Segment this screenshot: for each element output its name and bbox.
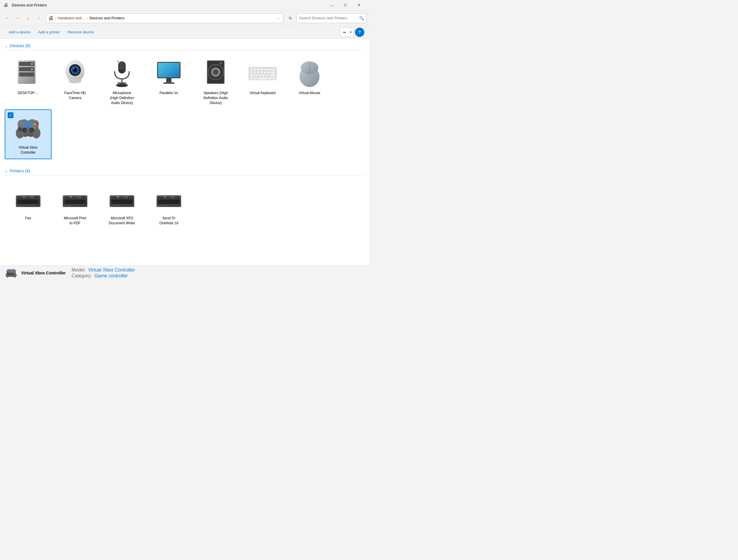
svg-rect-59 (250, 77, 253, 79)
svg-rect-55 (259, 74, 261, 76)
device-label-server: DESKTOP-... (18, 90, 38, 95)
svg-point-122 (12, 272, 13, 273)
svg-rect-40 (254, 69, 256, 71)
svg-rect-39 (250, 69, 253, 71)
device-icon-keyboard (248, 59, 277, 88)
svg-rect-41 (257, 69, 260, 71)
device-item-server[interactable]: DESKTOP-... (5, 55, 52, 109)
device-icon-printer2 (60, 184, 90, 214)
minimize-button[interactable]: — (325, 0, 339, 11)
device-item-pdf[interactable]: Microsoft Printto PDF (52, 180, 98, 230)
svg-point-121 (14, 272, 16, 273)
svg-point-5 (31, 63, 33, 65)
svg-point-74 (36, 125, 38, 127)
breadcrumb-icon: 🖨 (48, 15, 54, 21)
status-category-value: Game controller (94, 273, 128, 278)
svg-rect-110 (163, 197, 166, 198)
device-icon-server (13, 59, 43, 88)
svg-rect-61 (258, 77, 268, 79)
svg-rect-54 (255, 74, 258, 76)
status-device-icon (5, 267, 18, 279)
svg-rect-86 (23, 197, 25, 198)
breadcrumb-bar[interactable]: 🖨 « Hardware and ... › Devices and Print… (46, 13, 283, 23)
svg-point-35 (215, 71, 216, 73)
svg-rect-25 (158, 63, 180, 77)
svg-rect-63 (273, 77, 275, 79)
svg-rect-58 (269, 74, 275, 76)
device-item-monitor[interactable]: Parallels Vu (145, 55, 192, 109)
device-item-xps[interactable]: Microsoft XPSDocument Writer (98, 180, 145, 230)
window-controls: — ☐ ✕ (325, 0, 365, 11)
toolbar-right: ▪▪ ▾ ? (340, 28, 364, 37)
svg-rect-104 (126, 197, 127, 198)
toolbar: Add a device Add a printer Remove device… (0, 26, 369, 39)
printers-section-header: ⌄ Printers (4) (5, 166, 364, 175)
svg-rect-94 (70, 197, 72, 198)
view-size-control: ▪▪ ▾ (340, 28, 354, 37)
search-bar: 🔍 (296, 13, 367, 23)
printers-section-title: Printers (4) (10, 169, 30, 173)
device-item-fax[interactable]: Fax (5, 180, 52, 230)
svg-rect-27 (163, 82, 174, 84)
svg-rect-78 (31, 120, 37, 122)
device-icon-speakers (201, 59, 230, 88)
up-button[interactable]: ↑ (34, 13, 43, 23)
breadcrumb-parent[interactable]: Hardware and ... (58, 16, 86, 20)
svg-rect-52 (271, 71, 275, 74)
device-item-camera[interactable]: FaceTime HDCamera (52, 55, 98, 109)
add-device-button[interactable]: Add a device (5, 28, 34, 37)
svg-rect-119 (7, 273, 8, 274)
maximize-button[interactable]: ☐ (339, 0, 352, 11)
close-button[interactable]: ✕ (352, 0, 365, 11)
svg-rect-60 (254, 77, 257, 79)
svg-rect-56 (262, 74, 265, 76)
svg-point-36 (219, 62, 222, 65)
statusbar: Virtual Xbox Controller Model: Virtual X… (0, 265, 369, 280)
breadcrumb-separator: › (87, 16, 88, 20)
device-icon-printer1 (13, 184, 43, 214)
main-content: ⌄ Devices (8) (0, 39, 369, 265)
device-icon-printer4 (154, 184, 183, 214)
svg-rect-102 (117, 197, 119, 198)
svg-point-75 (31, 125, 33, 127)
svg-rect-62 (269, 77, 272, 79)
svg-point-127 (9, 273, 10, 274)
refresh-button[interactable]: ↻ (286, 13, 295, 23)
navbar: ← → ⌄ ↑ 🖨 « Hardware and ... › Devices a… (0, 11, 369, 26)
devices-grid: DESKTOP-... (5, 52, 364, 162)
help-button[interactable]: ? (355, 28, 364, 37)
remove-device-button[interactable]: Remove device (64, 28, 98, 37)
device-label-mouse: Virtual Mouse (299, 90, 320, 95)
view-size-dropdown[interactable]: ▾ (348, 28, 354, 37)
device-item-xbox[interactable]: ✓ (5, 109, 52, 159)
forward-button[interactable]: → (13, 13, 22, 23)
recent-button[interactable]: ⌄ (23, 13, 33, 23)
status-category-row: Category: Game controller (71, 273, 135, 279)
titlebar: 🖨 Devices and Printers — ☐ ✕ (0, 0, 369, 11)
svg-rect-50 (264, 71, 267, 74)
status-name: Virtual Xbox Controller (21, 270, 66, 276)
device-item-keyboard[interactable]: Virtual Keyboard (239, 55, 286, 109)
back-button[interactable]: ← (2, 13, 12, 23)
search-input[interactable] (299, 16, 359, 20)
add-printer-button[interactable]: Add a printer (34, 28, 64, 37)
window-title: Devices and Printers (12, 3, 325, 7)
breadcrumb-current: Devices and Printers (89, 16, 124, 20)
device-item-onenote[interactable]: Send ToOneNote 16 (145, 180, 192, 230)
svg-rect-111 (171, 197, 172, 198)
svg-rect-124 (7, 269, 10, 270)
svg-rect-125 (12, 269, 15, 270)
device-label-xps: Microsoft XPSDocument Writer (109, 216, 135, 226)
device-item-mouse[interactable]: Virtual Mouse (286, 55, 333, 109)
device-item-speakers[interactable]: Speakers (HighDefinition AudioDevice) (192, 55, 239, 109)
printers-chevron[interactable]: ⌄ (5, 169, 8, 173)
breadcrumb-dropdown-button[interactable]: ⌄ (276, 16, 281, 20)
devices-chevron[interactable]: ⌄ (5, 44, 8, 48)
device-item-microphone[interactable]: Microphone(High DefinitionAudio Device) (98, 55, 145, 109)
device-icon-printer3 (107, 184, 136, 214)
device-label-xbox: Virtual XboxController (19, 145, 37, 155)
svg-rect-103 (124, 197, 125, 198)
svg-rect-57 (266, 74, 268, 76)
device-label-monitor: Parallels Vu (159, 90, 178, 95)
app-icon: 🖨 (4, 2, 9, 8)
